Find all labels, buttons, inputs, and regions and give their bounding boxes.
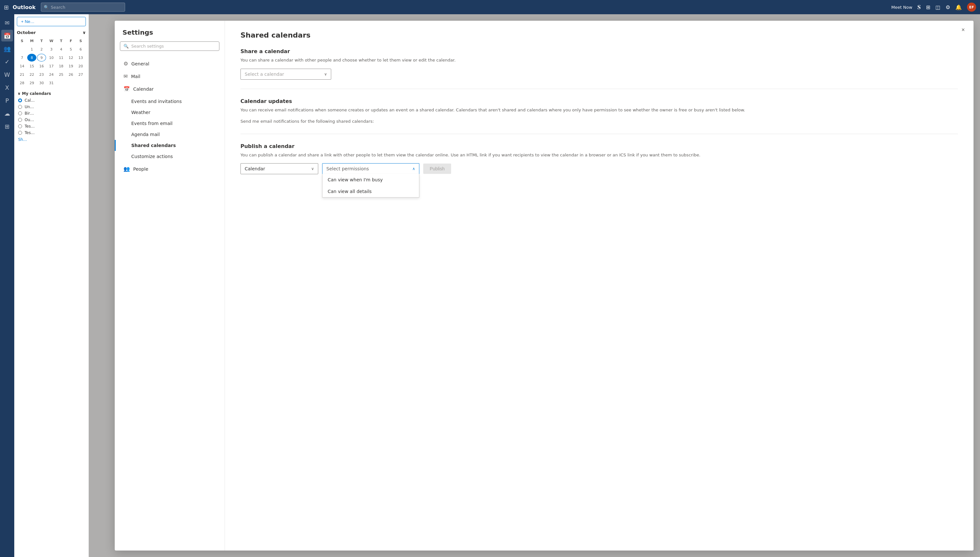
nav-subitem-shared-calendars[interactable]: Shared calendars — [115, 140, 225, 151]
calendar-radio[interactable] — [18, 98, 22, 102]
cal-day[interactable]: 7 — [18, 54, 26, 62]
page-title: Shared calendars — [240, 31, 958, 39]
settings-icon[interactable]: ⚙ — [946, 4, 950, 10]
calendar-radio[interactable] — [18, 111, 22, 115]
permission-option-busy[interactable]: Can view when I'm busy — [322, 174, 419, 186]
cal-day[interactable]: 12 — [67, 54, 75, 62]
app-shell: ⊞ Outlook 🔍 Search Meet Now 𝐒 ⊞ ◫ ⚙ 🔔 EF… — [0, 0, 980, 557]
new-event-button[interactable]: + Ne… — [17, 17, 86, 26]
nav-icon-mail[interactable]: ✉ — [1, 17, 13, 28]
day-header-m: M — [27, 37, 36, 45]
nav-icon-onedrive[interactable]: ☁ — [1, 107, 13, 119]
cal-day[interactable]: 2 — [37, 46, 46, 53]
cal-day[interactable]: 28 — [18, 79, 26, 87]
cal-day[interactable] — [76, 79, 85, 87]
show-from-link[interactable]: Sh… — [17, 136, 86, 143]
meet-now-label[interactable]: Meet Now — [891, 5, 912, 10]
list-item: Bir… — [17, 110, 86, 117]
nav-icon-apps[interactable]: ⊞ — [1, 121, 13, 132]
cal-day[interactable]: 10 — [47, 54, 56, 62]
cal-day[interactable]: 15 — [27, 62, 36, 70]
cal-day[interactable] — [18, 46, 26, 53]
publish-section-title: Publish a calendar — [240, 143, 958, 149]
cal-day[interactable]: 26 — [67, 71, 75, 78]
cal-day[interactable]: 11 — [57, 54, 66, 62]
cal-day[interactable]: 1 — [27, 46, 36, 53]
my-calendars-header[interactable]: ∨ My calendars — [17, 90, 86, 97]
search-settings-placeholder: Search settings — [131, 44, 164, 49]
cal-day[interactable]: 13 — [76, 54, 85, 62]
calendar-radio[interactable] — [18, 124, 22, 128]
search-box[interactable]: 🔍 Search — [41, 3, 125, 11]
cal-day[interactable] — [67, 79, 75, 87]
mail-icon: ✉ — [124, 73, 128, 79]
nav-icon-people[interactable]: 👥 — [1, 43, 13, 54]
cal-day[interactable]: 31 — [47, 79, 56, 87]
cal-day[interactable]: 16 — [37, 62, 46, 70]
calendar-list-section: ∨ My calendars Cal… Un… Bir… Ou… — [17, 90, 86, 143]
permission-option-details[interactable]: Can view all details — [322, 186, 419, 197]
cal-day[interactable]: 3 — [47, 46, 56, 53]
grid-icon[interactable]: ⊞ — [4, 4, 9, 11]
cal-day[interactable]: 20 — [76, 62, 85, 70]
feedback-icon[interactable]: ◫ — [936, 4, 941, 10]
cal-day[interactable]: 23 — [37, 71, 46, 78]
cal-day[interactable]: 14 — [18, 62, 26, 70]
cal-day[interactable]: 25 — [57, 71, 66, 78]
list-item: Tes… — [17, 130, 86, 136]
calendar-radio[interactable] — [18, 105, 22, 109]
avatar[interactable]: EF — [967, 3, 976, 11]
nav-item-people[interactable]: 👥 People — [115, 163, 225, 175]
cal-day-today[interactable]: 8 — [27, 54, 36, 62]
search-settings-input[interactable]: 🔍 Search settings — [120, 41, 219, 51]
nav-subitem-customize-actions[interactable]: Customize actions — [115, 151, 225, 162]
cal-day[interactable]: 29 — [27, 79, 36, 87]
cal-day[interactable]: 22 — [27, 71, 36, 78]
nav-icon-powerpoint[interactable]: P — [1, 94, 13, 106]
nav-subitem-events-invitations[interactable]: Events and invitations — [115, 96, 225, 107]
select-calendar-dropdown[interactable]: Select a calendar ∨ — [240, 68, 331, 80]
nav-item-mail[interactable]: ✉ Mail — [115, 70, 225, 83]
close-button[interactable]: × — [958, 24, 969, 35]
cal-day[interactable] — [57, 79, 66, 87]
day-header-s2: S — [76, 37, 85, 45]
calendar-radio[interactable] — [18, 131, 22, 135]
new-button-label: Ne… — [25, 19, 35, 24]
permissions-dropdown-menu: Can view when I'm busy Can view all deta… — [322, 174, 419, 197]
mini-calendar-header[interactable]: October ∨ — [17, 29, 86, 36]
cal-day[interactable]: 21 — [18, 71, 26, 78]
cal-day[interactable]: 4 — [57, 46, 66, 53]
cal-day[interactable]: 18 — [57, 62, 66, 70]
translate-icon[interactable]: ⊞ — [926, 4, 930, 10]
chevron-icon: ∨ — [18, 91, 21, 96]
nav-item-general[interactable]: ⚙ General — [115, 57, 225, 70]
cal-day[interactable]: 19 — [67, 62, 75, 70]
nav-item-calendar[interactable]: 📅 Calendar — [115, 83, 225, 95]
publish-calendar-dropdown[interactable]: Calendar ∨ — [240, 163, 318, 174]
updates-section-description: You can receive email notifications when… — [240, 107, 958, 113]
cal-day[interactable]: 30 — [37, 79, 46, 87]
nav-icon-word[interactable]: W — [1, 68, 13, 80]
nav-subitem-agenda-mail[interactable]: Agenda mail — [115, 129, 225, 140]
help-icon[interactable]: 🔔 — [956, 4, 962, 10]
cal-day[interactable]: 5 — [67, 46, 75, 53]
cal-day[interactable]: 24 — [47, 71, 56, 78]
nav-icon-tasks[interactable]: ✓ — [1, 56, 13, 67]
nav-icon-calendar[interactable]: 📅 — [1, 30, 13, 41]
cal-day-selected[interactable]: 9 — [37, 54, 46, 62]
select-permissions-dropdown[interactable]: Select permissions ∧ — [322, 163, 419, 174]
nav-icon-excel[interactable]: X — [1, 81, 13, 93]
nav-subitem-events-email[interactable]: Events from email — [115, 118, 225, 129]
cal-day[interactable]: 27 — [76, 71, 85, 78]
calendar-radio[interactable] — [18, 118, 22, 122]
cal-day[interactable]: 17 — [47, 62, 56, 70]
people-icon: 👥 — [124, 166, 130, 172]
calendar-name: Un… — [24, 104, 34, 109]
publish-button[interactable]: Publish — [423, 163, 451, 174]
settings-nav: ⚙ General ✉ Mail 📅 Calendar — [115, 56, 225, 550]
cal-day[interactable]: 6 — [76, 46, 85, 53]
skype-icon[interactable]: 𝐒 — [918, 3, 921, 11]
general-label: General — [131, 61, 149, 67]
nav-subitem-weather[interactable]: Weather — [115, 107, 225, 118]
calendar-icon: 📅 — [124, 86, 130, 92]
